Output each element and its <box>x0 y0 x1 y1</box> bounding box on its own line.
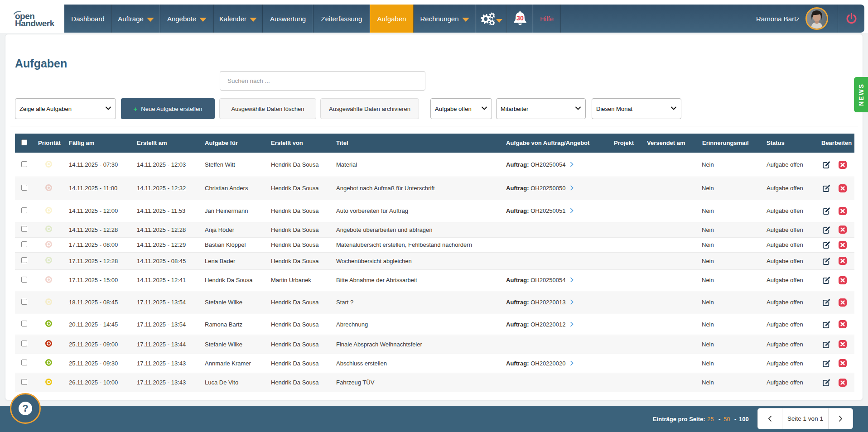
svg-text:30: 30 <box>516 14 524 22</box>
